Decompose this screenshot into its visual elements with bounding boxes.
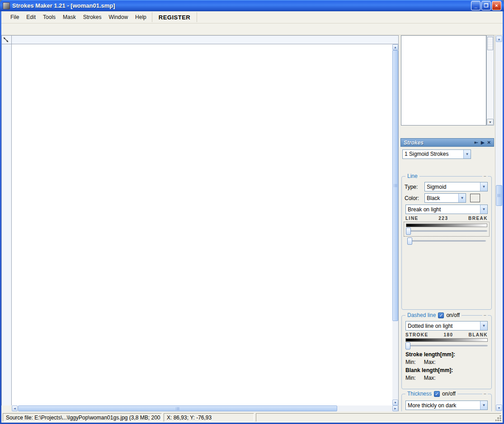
line-gradient-bar — [406, 224, 487, 227]
canvas-artwork[interactable] — [12, 44, 392, 405]
status-bar: Source file: E:\Projects\...\IggyPop\wom… — [1, 412, 503, 423]
dashed-threshold-slider[interactable] — [405, 342, 488, 349]
dashed-onoff-checkbox[interactable]: ✓ — [438, 312, 444, 318]
dashed-mode-combo[interactable]: Dotted line on light▼ — [405, 321, 488, 331]
tools-toolbar — [1, 23, 503, 35]
stroke-length-header: Stroke length[mm]: — [405, 351, 488, 358]
status-source-file: Source file: E:\Projects\...\IggyPop\wom… — [3, 413, 162, 422]
menu-window[interactable]: Window — [105, 13, 132, 22]
scroll-right-icon[interactable]: ► — [392, 405, 398, 411]
dashed-group-title: Dashed line — [407, 312, 436, 318]
status-coordinates: X: 86,93; Y: -76,93 — [164, 413, 254, 422]
preset-row: 1 Sigmoid Strokes ▼ — [401, 149, 494, 159]
menu-bar: FileEditToolsMaskStrokesWindowHelp REGIS… — [1, 11, 503, 23]
thickness-mode-value: More thickly on dark — [406, 402, 480, 409]
menu-tools[interactable]: Tools — [39, 13, 59, 22]
dashed-gradient-bar — [405, 338, 488, 342]
thickness-group: Thickness ✓ on/off − More thickly on dar… — [401, 394, 492, 411]
register-button[interactable]: REGISTER — [152, 12, 197, 22]
layer-scroll-down-icon[interactable]: ▼ — [487, 119, 494, 125]
title-bar[interactable]: Strokes Maker 1.21 - [woman01.smp] _ ❐ × — [0, 0, 504, 11]
line-threshold-control — [404, 222, 490, 237]
scroll-down-icon[interactable]: ▼ — [392, 400, 398, 405]
panel-scroll-thumb[interactable] — [496, 185, 502, 206]
menu-strokes[interactable]: Strokes — [80, 13, 105, 22]
menu-edit[interactable]: Edit — [23, 13, 39, 22]
chevron-down-icon[interactable]: ▼ — [463, 150, 471, 158]
vertical-ruler — [1, 44, 12, 405]
dashed-line-group: Dashed line ✓ on/off − Dotted line on li… — [401, 315, 492, 389]
chevron-down-icon[interactable]: ▼ — [480, 205, 487, 214]
line-secondary-slider[interactable] — [407, 238, 486, 245]
color-label: Color: — [405, 195, 424, 201]
line-color-combo[interactable]: Black▼ — [424, 193, 466, 203]
scroll-left-icon[interactable]: ◄ — [12, 405, 18, 411]
right-panel: ▼ Strokes ⇤ ▶ ✕ 1 Sigmoid Strokes ▼ — [400, 35, 503, 411]
resize-grip[interactable] — [495, 415, 502, 422]
panel-scroll-up-icon[interactable]: ▲ — [496, 36, 502, 42]
dashed-mode-value: Dotted line on light — [406, 323, 480, 329]
close-panel-icon[interactable]: ✕ — [487, 140, 491, 145]
color-swatch[interactable] — [470, 194, 480, 202]
restore-button[interactable]: ❐ — [481, 1, 491, 10]
canvas-horizontal-scrollbar[interactable]: ◄ ► — [12, 405, 398, 411]
line-color-value: Black — [425, 195, 458, 201]
thickness-mode-combo[interactable]: More thickly on dark▼ — [405, 401, 488, 410]
dashed-scale-labels: STROKE180BLANK — [405, 332, 488, 337]
break-mode-value: Break on light — [406, 206, 480, 213]
strokes-toolbar — [401, 160, 494, 171]
chevron-down-icon[interactable]: ▼ — [480, 321, 487, 330]
preset-combo-value: 1 Sigmoid Strokes — [403, 151, 463, 157]
collapse-line-icon[interactable]: − — [482, 173, 488, 179]
dock-icon[interactable]: ⇤ — [475, 140, 478, 145]
thickness-onoff-label: on/off — [442, 391, 456, 397]
preset-combo[interactable]: 1 Sigmoid Strokes ▼ — [402, 149, 471, 159]
window-title: Strokes Maker 1.21 - [woman01.smp] — [12, 2, 470, 9]
thickness-group-title: Thickness — [407, 391, 432, 397]
horizontal-scroll-thumb[interactable] — [18, 405, 337, 411]
chevron-down-icon[interactable]: ▼ — [458, 194, 466, 202]
canvas-vertical-scrollbar[interactable]: ▲ ▼ — [392, 44, 398, 405]
min-label: Min: — [405, 375, 416, 381]
menu-help[interactable]: Help — [132, 13, 150, 22]
menu-file[interactable]: File — [7, 13, 23, 22]
status-filler — [256, 413, 501, 422]
vertical-scroll-thumb[interactable] — [392, 50, 398, 321]
line-group-title: Line — [407, 173, 418, 179]
type-label: Type: — [405, 184, 424, 190]
line-scale-labels: LINE223BREAK — [405, 216, 488, 221]
client-area: FileEditToolsMaskStrokesWindowHelp REGIS… — [1, 11, 503, 423]
max-label: Max: — [424, 375, 436, 381]
menu-mask[interactable]: Mask — [59, 13, 80, 22]
expand-icon[interactable]: ▶ — [481, 140, 485, 145]
line-type-combo[interactable]: Sigmoid▼ — [424, 182, 488, 191]
scroll-up-icon[interactable]: ▲ — [392, 44, 398, 50]
max-label: Max: — [424, 359, 436, 365]
ruler-origin-button[interactable] — [1, 35, 12, 44]
layer-scroll-thumb[interactable] — [487, 37, 493, 50]
collapse-thickness-icon[interactable]: − — [482, 391, 488, 396]
collapse-dashed-icon[interactable]: − — [482, 312, 488, 318]
dashed-onoff-label: on/off — [446, 312, 460, 318]
line-group: Line − Type: Sigmoid▼ Color: Black▼ — [401, 176, 492, 310]
strokes-panel-title: Strokes — [404, 140, 472, 146]
slider-thumb[interactable] — [406, 228, 411, 235]
content-area: ▲ ▼ ◄ ► ▼ Strokes ⇤ ▶ — [1, 35, 503, 412]
break-mode-combo[interactable]: Break on light▼ — [405, 205, 488, 214]
thickness-onoff-checkbox[interactable]: ✓ — [434, 391, 440, 397]
close-button[interactable]: × — [492, 1, 501, 10]
panel-scroll-down-icon[interactable]: ▼ — [496, 405, 502, 411]
chevron-down-icon[interactable]: ▼ — [480, 182, 487, 191]
minimize-button[interactable]: _ — [471, 1, 480, 10]
strokes-panel-header[interactable]: Strokes ⇤ ▶ ✕ — [400, 138, 494, 147]
layer-list[interactable] — [401, 35, 486, 126]
chevron-down-icon[interactable]: ▼ — [480, 401, 487, 410]
line-type-value: Sigmoid — [425, 184, 480, 190]
app-icon — [3, 2, 10, 9]
panel-scrollbar[interactable]: ▲ ▼ — [495, 35, 503, 411]
blank-length-header: Blank length[mm]: — [405, 367, 488, 373]
slider-thumb[interactable] — [405, 342, 410, 349]
slider-thumb[interactable] — [407, 238, 412, 245]
layer-list-scrollbar[interactable]: ▼ — [486, 35, 494, 126]
line-threshold-slider[interactable] — [406, 228, 487, 235]
